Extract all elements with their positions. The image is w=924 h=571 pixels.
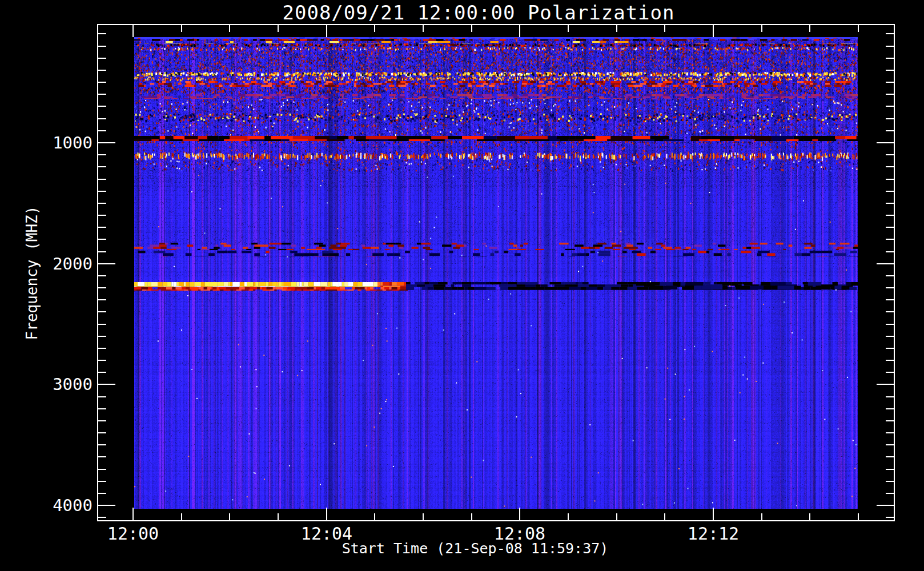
y-axis-tick [98, 154, 106, 155]
x-axis-tick [761, 513, 762, 520]
y-axis-tick [98, 94, 106, 95]
y-axis-tick [877, 384, 894, 385]
y-axis-tick [98, 215, 106, 216]
y-axis-tick [886, 166, 894, 167]
y-axis-tick [98, 396, 106, 397]
y-axis-tick [886, 396, 894, 397]
x-axis-tick [616, 25, 617, 32]
y-axis-tick [98, 251, 106, 252]
y-axis-tick [886, 203, 894, 204]
y-axis-tick [886, 432, 894, 433]
spectrogram-image [134, 37, 858, 509]
x-axis-tick [858, 25, 859, 32]
y-axis-tick [886, 179, 894, 180]
y-axis-tick [98, 287, 106, 288]
y-axis-tick [98, 118, 106, 119]
y-axis-tick [877, 263, 894, 264]
y-axis-tick [98, 142, 115, 143]
y-axis-tick [98, 324, 106, 325]
x-axis-tick [761, 25, 762, 32]
x-axis-tick [616, 513, 617, 520]
x-axis-tick [278, 513, 279, 520]
y-axis-tick [886, 251, 894, 252]
x-axis-tick [229, 513, 230, 520]
spectrogram-window: 2008/09/21 12:00:00 Polarization 12:0012… [0, 0, 924, 571]
x-axis-tick [809, 25, 810, 32]
y-axis-tick [98, 420, 106, 421]
x-axis-tick [326, 25, 327, 37]
x-axis-tick [326, 508, 327, 520]
y-axis-tick [886, 372, 894, 373]
x-axis-tick [278, 25, 279, 32]
x-axis-tick [423, 25, 424, 32]
y-axis-tick [886, 469, 894, 470]
y-axis-title: Frequency (MHZ) [23, 206, 41, 340]
y-axis-tick [886, 70, 894, 71]
x-axis-tick [132, 25, 134, 37]
y-axis-tick [886, 33, 894, 34]
y-axis-tick [886, 456, 894, 457]
y-axis-tick [886, 239, 894, 240]
y-axis-tick [98, 408, 106, 409]
y-tick-label: 4000 [29, 495, 93, 516]
x-tick-label: 12:12 [662, 524, 765, 544]
y-axis-tick [98, 505, 115, 506]
y-axis-tick [886, 46, 894, 47]
y-tick-label: 3000 [29, 374, 93, 395]
x-axis-tick [713, 508, 714, 520]
y-tick-label: 1000 [29, 132, 93, 153]
chart-title: 2008/09/21 12:00:00 Polarization [282, 1, 674, 24]
x-axis-tick [471, 25, 472, 32]
x-axis-title: Start Time (21-Sep-08 11:59:37) [342, 540, 609, 557]
y-axis-tick [886, 191, 894, 192]
y-axis-tick [877, 142, 894, 143]
y-axis-tick [98, 203, 106, 204]
y-axis-tick [886, 336, 894, 337]
x-axis-tick [664, 513, 665, 520]
y-axis-tick [98, 130, 106, 131]
y-axis-tick [877, 505, 894, 506]
y-axis-tick [98, 106, 106, 107]
y-axis-tick [98, 336, 106, 337]
y-axis-tick [886, 215, 894, 216]
y-axis-tick [98, 432, 106, 433]
x-axis-tick [519, 508, 520, 520]
x-axis-tick [181, 513, 182, 520]
y-axis-tick [886, 275, 894, 276]
y-axis-tick [98, 444, 106, 445]
x-axis-tick [423, 513, 424, 520]
y-axis-tick [886, 58, 894, 59]
x-tick-label: 12:00 [82, 524, 184, 544]
y-axis-tick [98, 456, 106, 457]
y-axis-tick [98, 263, 115, 264]
y-axis-tick [886, 481, 894, 482]
y-axis-tick [98, 33, 106, 34]
x-axis-tick [664, 25, 665, 32]
y-axis-tick [886, 493, 894, 494]
y-axis-tick [886, 517, 894, 518]
y-axis-tick [886, 227, 894, 228]
y-axis-tick [886, 94, 894, 95]
x-axis-tick [374, 513, 375, 520]
y-axis-tick [886, 420, 894, 421]
x-axis-tick [568, 25, 569, 32]
y-axis-tick [886, 287, 894, 288]
y-axis-tick [886, 311, 894, 312]
y-axis-tick [886, 408, 894, 409]
x-axis-tick [229, 25, 230, 32]
y-axis-tick [886, 154, 894, 155]
y-axis-tick [98, 360, 106, 361]
y-axis-tick [886, 130, 894, 131]
y-axis-tick [98, 372, 106, 373]
y-axis-tick [98, 275, 106, 276]
y-axis-tick [98, 82, 106, 83]
y-axis-tick [98, 70, 106, 71]
x-axis-tick [713, 25, 714, 37]
y-axis-tick [886, 444, 894, 445]
y-axis-tick [886, 82, 894, 83]
y-axis-tick [886, 348, 894, 349]
y-axis-tick [98, 517, 106, 518]
y-axis-tick [886, 360, 894, 361]
y-axis-tick [98, 227, 106, 228]
x-axis-tick [568, 513, 569, 520]
